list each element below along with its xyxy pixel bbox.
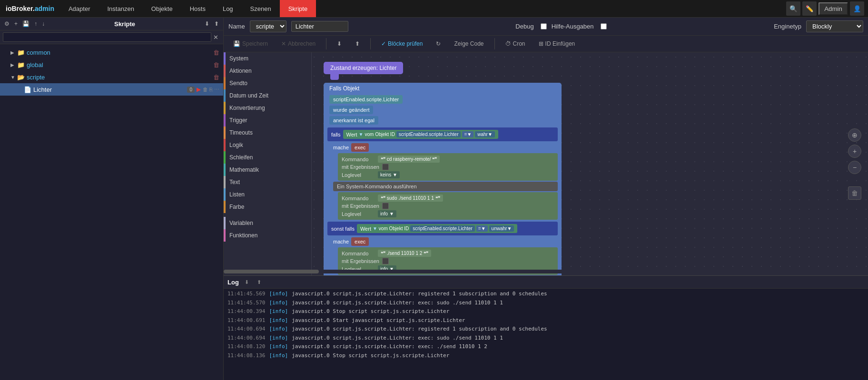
hilfe-label: Hilfe-Ausgaben [552, 23, 594, 30]
tree-item-global[interactable]: ▶ 📁 global 🗑 [0, 58, 223, 71]
tab-instanzen[interactable]: Instanzen [99, 0, 142, 17]
debug-checkbox[interactable] [541, 23, 547, 29]
tab-objekte[interactable]: Objekte [143, 0, 181, 17]
brand: ioBroker.admin [0, 0, 60, 17]
debug-label: Debug [515, 23, 533, 30]
block-anerkannt: anerkannt ist egal [324, 115, 562, 126]
block-zustand[interactable]: Zustand erzeugen: Lichter [324, 62, 403, 80]
search-input[interactable] [3, 32, 211, 42]
hilfe-checkbox[interactable] [601, 23, 607, 29]
cron-button[interactable]: ⏱ Cron [501, 39, 530, 49]
cat-variablen[interactable]: Variablen [224, 217, 311, 229]
log-msg: javascript.0 Stop script script.js.scrip… [292, 352, 449, 360]
cat-datum[interactable]: Datum und Zeit [224, 89, 311, 102]
toolbar-icon-extra1[interactable]: ⬇ [203, 19, 211, 28]
toolbar-icon-download[interactable]: ↓ [40, 19, 46, 28]
log-msg: javascript.0 script.js.scripte.Lichter: … [292, 290, 547, 298]
log-msg: javascript.0 script.js.scripte.Lichter: … [292, 299, 503, 307]
name-label: Name [228, 23, 245, 30]
zoom-in-btn[interactable]: + [848, 145, 861, 158]
save-button[interactable]: 💾 Speichern [228, 39, 273, 49]
tab-adapter[interactable]: Adapter [60, 0, 99, 17]
toolbar-icon-settings[interactable]: ⚙ [3, 19, 11, 28]
log-level: [info] [269, 308, 288, 316]
tab-szenen[interactable]: Szenen [242, 0, 280, 17]
toolbar-icon-extra2[interactable]: ⬆ [213, 19, 220, 28]
show-code-button[interactable]: Zeige Code [449, 39, 488, 49]
log-time: 11:44:08.136 [227, 352, 265, 360]
tree-toggle-scripte: ▼ [10, 75, 17, 80]
blockly-area[interactable]: Zustand erzeugen: Lichter Falls Objekt s… [224, 52, 868, 275]
user-icon-btn[interactable]: 👤 [850, 1, 864, 16]
log-level: [info] [269, 290, 288, 298]
content-area: Zustand erzeugen: Lichter Falls Objekt s… [224, 52, 868, 380]
tree-del-common[interactable]: 🗑 [213, 49, 219, 56]
cat-schleifen[interactable]: Schleifen [224, 151, 311, 164]
tree-del-global[interactable]: 🗑 [213, 61, 219, 68]
script-name-input[interactable] [291, 21, 348, 32]
tree-item-common[interactable]: ▶ 📁 common 🗑 [0, 46, 223, 58]
blockly-scrollbar-h[interactable] [224, 270, 854, 273]
toolbar-separator3 [494, 38, 495, 49]
tree-play-lichter[interactable]: ▶ [197, 86, 201, 93]
tree-label-scripte: scripte [27, 74, 213, 81]
cat-logik[interactable]: Logik [224, 139, 311, 151]
toolbar-icon-upload[interactable]: ↑ [33, 19, 39, 28]
blockly-scroll-thumb[interactable] [224, 270, 319, 273]
script-header: Name scripte Debug Hilfe-Ausgaben Engine… [224, 18, 868, 36]
trash-btn[interactable]: 🗑 [848, 186, 861, 200]
refresh-btn[interactable]: ↻ [431, 39, 445, 49]
up-btn[interactable]: ⬆ [350, 39, 365, 49]
cat-system[interactable]: System [224, 52, 311, 65]
tab-skripte[interactable]: Skripte [280, 0, 316, 17]
log-level: [info] [269, 317, 288, 325]
tab-hosts[interactable]: Hosts [181, 0, 214, 17]
zoom-controls: ⊕ + − 🗑 [848, 128, 861, 200]
cat-mathematik[interactable]: Mathematik [224, 164, 311, 176]
tree-item-scripte[interactable]: ▼ 📂 scripte 🗑 [0, 71, 223, 83]
toolbar-row: 💾 Speichern ✕ Abbrechen ⬇ ⬆ ✓ Blöcke prü… [224, 36, 868, 52]
block-falls-objekt[interactable]: Falls Objekt scriptEnabled.scripte.Licht… [324, 83, 562, 275]
admin-button[interactable]: Admin [819, 2, 848, 15]
log-time: 11:44:00.694 [227, 325, 265, 333]
tree-item-lichter[interactable]: 📄 Lichter 0 ▶ 🗑 ⎘ ⋯ [0, 83, 223, 96]
tree-toggle-global: ▶ [10, 62, 17, 68]
tree-copy-lichter[interactable]: ⎘ [209, 87, 213, 92]
tree-label-common: common [27, 49, 213, 56]
log-scroll-up-btn[interactable]: ⬆ [255, 278, 264, 286]
cat-farbe[interactable]: Farbe [224, 201, 311, 213]
cat-trigger[interactable]: Trigger [224, 114, 311, 127]
cat-aktionen[interactable]: Aktionen [224, 65, 311, 77]
log-level: [info] [269, 343, 288, 351]
zoom-center-btn[interactable]: ⊕ [848, 128, 861, 142]
id-insert-button[interactable]: ⊞ ID Einfügen [534, 39, 580, 49]
engine-select[interactable]: Blockly [806, 20, 863, 32]
down-btn[interactable]: ⬇ [332, 39, 346, 49]
toolbar-icon-add[interactable]: + [13, 19, 19, 28]
log-scroll-down-btn[interactable]: ⬇ [243, 278, 251, 286]
cat-timeouts[interactable]: Timeouts [224, 127, 311, 139]
tree-del-lichter[interactable]: 🗑 [203, 87, 208, 92]
check-blocks-button[interactable]: ✓ Blöcke prüfen [376, 39, 427, 49]
toolbar-icon-save[interactable]: 💾 [21, 19, 31, 28]
cancel-button[interactable]: ✕ Abbrechen [276, 39, 320, 49]
block-tooltip: Ein System-Kommando ausführen [333, 182, 558, 191]
tab-log[interactable]: Log [214, 0, 242, 17]
top-nav: ioBroker.admin Adapter Instanzen Objekte… [0, 0, 868, 18]
brand-text2: admin [35, 5, 54, 12]
search-icon-btn[interactable]: 🔍 [786, 1, 800, 16]
zoom-out-btn[interactable]: − [848, 161, 861, 174]
cat-listen[interactable]: Listen [224, 188, 311, 201]
cat-konvertierung[interactable]: Konvertierung [224, 102, 311, 114]
cat-sendto[interactable]: Sendto [224, 77, 311, 89]
cat-text[interactable]: Text [224, 176, 311, 188]
right-panel: Name scripte Debug Hilfe-Ausgaben Engine… [224, 18, 868, 380]
name-select[interactable]: scripte [250, 20, 286, 32]
log-msg: javascript.0 script.js.scripte.Lichter: … [292, 334, 503, 342]
tree-more-lichter[interactable]: ⋯ [214, 87, 219, 93]
cat-funktionen[interactable]: Funktionen [224, 229, 311, 242]
search-clear-icon[interactable]: ✕ [211, 34, 220, 41]
log-msg: javascript.0 Start javascript script.js.… [292, 317, 465, 325]
tree-del-scripte[interactable]: 🗑 [213, 74, 219, 81]
edit-icon-btn[interactable]: ✏️ [802, 1, 817, 16]
